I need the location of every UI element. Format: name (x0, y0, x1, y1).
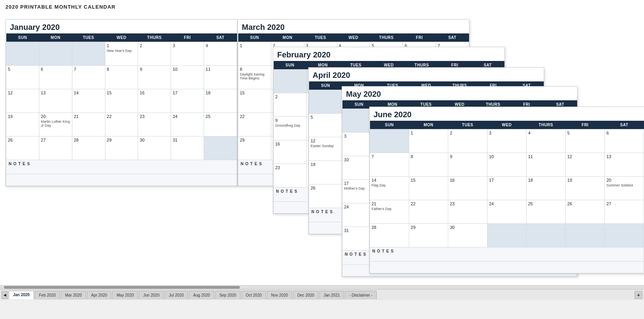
cal-cell: 1 (238, 42, 271, 66)
col-header-fri: FRI (403, 33, 436, 42)
cal-title-feb2020: February 2020 (273, 47, 504, 61)
cal-cell: 19 (309, 161, 342, 184)
cal-cell: 3 (171, 42, 204, 66)
cal-cell: 23 (138, 113, 171, 136)
notes-label-jan2020: N O T E S (6, 160, 237, 174)
main-area: 2020 PRINTABLE MONTHLY CALENDAR January … (0, 0, 644, 300)
col-header-tues: TUES (304, 33, 337, 42)
tab-item-9[interactable]: Oct 2020 (241, 291, 266, 299)
tab-item-1[interactable]: Feb 2020 (35, 291, 60, 299)
notes-content-jun2020 (370, 262, 644, 273)
cal-cell: 21Father's Day (370, 200, 409, 224)
cal-cell: 20Martin Luther King Jr Day (39, 113, 72, 136)
scrollbar-thumb[interactable] (4, 286, 240, 289)
tab-prev-btn[interactable]: ◀ (2, 291, 8, 299)
cal-cell (72, 42, 105, 66)
cal-cell: 26 (309, 184, 342, 208)
cal-cell: 25 (526, 200, 566, 224)
col-header-thurs: THURS (138, 33, 171, 42)
tab-scroll-area: Jan 2020Feb 2020Mar 2020Apr 2020May 2020… (9, 291, 634, 299)
cal-cell: 9 (448, 153, 488, 177)
cal-cell: 3 (487, 129, 526, 153)
col-header-fri: FRI (565, 121, 605, 129)
cal-cell: 16 (274, 140, 307, 164)
col-header-sun: SUN (6, 33, 39, 42)
cal-cell: 11 (526, 153, 566, 177)
cal-cell: 29 (238, 136, 271, 160)
cal-cell: 2 (138, 42, 171, 66)
cal-cell (370, 129, 409, 153)
cal-cell: 29 (105, 136, 138, 160)
cal-cell (39, 42, 72, 66)
cal-title-apr2020: April 2020 (309, 68, 544, 81)
cal-cell: 18 (204, 89, 237, 113)
tab-item-6[interactable]: Jul 2020 (164, 291, 188, 299)
cal-title-jun2020: June 2020 (370, 107, 644, 121)
col-header-sun: SUN (238, 33, 271, 42)
tab-item-8[interactable]: Sep 2020 (215, 291, 241, 299)
cal-cell: 6 (39, 66, 72, 89)
cal-cell: 10 (487, 153, 526, 177)
cal-title-jan2020: January 2020 (6, 20, 237, 33)
tab-item-13[interactable]: - Disclaimer - (345, 291, 377, 299)
cal-cell: 18 (526, 177, 566, 200)
calendar-jan2020: January 2020SUNMONTUESWEDTHURSFRISAT1New… (6, 19, 237, 186)
col-header-thurs: THURS (370, 33, 403, 42)
tab-item-0[interactable]: Jan 2020 (9, 291, 34, 299)
cal-cell: 16 (448, 177, 488, 200)
tab-item-4[interactable]: May 2020 (112, 291, 138, 299)
cal-cell: 13 (605, 153, 644, 177)
cal-cell: 15 (238, 89, 271, 113)
cal-cell: 25 (204, 113, 237, 136)
cal-cell: 19 (565, 177, 605, 200)
col-header-wed: WED (105, 33, 138, 42)
cal-cell: 21 (72, 113, 105, 136)
cal-cell: 7 (370, 153, 409, 177)
col-header-wed: WED (337, 33, 370, 42)
cal-cell: 24 (171, 113, 204, 136)
cal-cell: 5 (565, 129, 605, 153)
tab-item-3[interactable]: Apr 2020 (87, 291, 112, 299)
cal-cell (204, 136, 237, 160)
cal-cell: 7 (72, 66, 105, 89)
col-header-sat: SAT (204, 33, 237, 42)
cal-cell: 27 (39, 136, 72, 160)
cal-cell: 6 (605, 129, 644, 153)
cal-cell: 22 (238, 113, 271, 136)
scrollbar-area[interactable] (0, 285, 644, 289)
cal-title-may2020: May 2020 (342, 87, 577, 100)
tab-item-7[interactable]: Aug 2020 (189, 291, 214, 299)
cal-cell: 27 (605, 200, 644, 224)
cal-cell: 1New Year's Day (105, 42, 138, 66)
cal-cell: 29 (409, 224, 448, 247)
notes-content-jan2020 (6, 174, 237, 186)
cal-cell: 26 (565, 200, 605, 224)
cal-cell (6, 42, 39, 66)
cal-cell (487, 224, 526, 247)
col-header-mon: MON (271, 33, 304, 42)
tab-item-5[interactable]: Jun 2020 (139, 291, 164, 299)
tab-add-btn[interactable]: + (635, 291, 642, 299)
cal-cell (526, 224, 566, 247)
cal-cell: 1 (409, 129, 448, 153)
cal-cell: 4 (204, 42, 237, 66)
tab-item-11[interactable]: Dec 2020 (293, 291, 318, 299)
col-header-thurs: THURS (526, 121, 566, 129)
cal-cell: 19 (6, 113, 39, 136)
tab-item-12[interactable]: Jan 2021 (319, 291, 344, 299)
tab-item-10[interactable]: Nov 2020 (267, 291, 293, 299)
col-header-tues: TUES (72, 33, 105, 42)
cal-cell: 14 (72, 89, 105, 113)
cal-table-jan2020: SUNMONTUESWEDTHURSFRISAT1New Year's Day2… (6, 33, 237, 186)
cal-cell: 5 (6, 66, 39, 89)
cal-cell: 24 (487, 200, 526, 224)
cal-cell: 26 (6, 136, 39, 160)
cal-cell (309, 90, 342, 114)
cal-cell: 17 (487, 177, 526, 200)
calendar-jun2020: June 2020SUNMONTUESWEDTHURSFRISAT1234567… (369, 107, 644, 274)
cal-cell (274, 70, 307, 93)
cal-cell: 9 (138, 66, 171, 89)
cal-table-jun2020: SUNMONTUESWEDTHURSFRISAT1234567891011121… (370, 121, 644, 273)
tab-item-2[interactable]: Mar 2020 (61, 291, 86, 299)
cal-cell: 5 (309, 114, 342, 137)
